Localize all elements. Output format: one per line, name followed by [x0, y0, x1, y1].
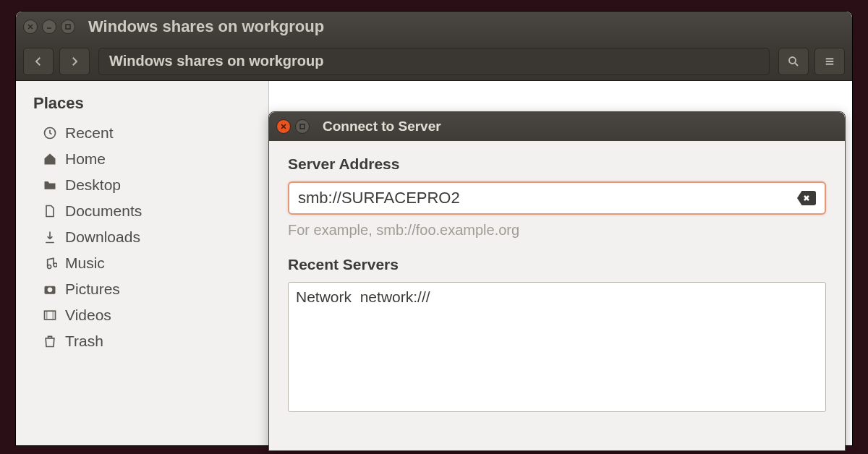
dialog-body: Server Address For example, smb://foo.ex…	[269, 141, 845, 427]
sidebar-item-label: Downloads	[65, 228, 140, 246]
recent-server-item[interactable]: Network network:///	[296, 287, 818, 307]
nav-back-button[interactable]	[23, 48, 54, 75]
window-maximize-button[interactable]	[61, 20, 75, 34]
svg-rect-9	[45, 311, 56, 320]
backspace-x-icon	[803, 194, 810, 202]
clock-icon	[42, 126, 58, 140]
download-icon	[42, 230, 58, 244]
svg-rect-0	[66, 25, 70, 29]
sidebar-heading: Places	[26, 91, 268, 120]
document-icon	[42, 204, 58, 218]
toolbar: Windows shares on workgroup	[16, 42, 852, 81]
folder-icon	[42, 178, 58, 192]
server-address-hint: For example, smb://foo.example.org	[288, 222, 826, 239]
trash-icon	[42, 334, 58, 348]
camera-icon	[42, 282, 58, 296]
close-icon	[280, 123, 287, 130]
menu-button[interactable]	[814, 48, 845, 75]
svg-point-8	[48, 288, 53, 293]
sidebar-item-label: Home	[65, 150, 106, 168]
breadcrumb[interactable]: Windows shares on workgroup	[98, 48, 770, 75]
connect-to-server-dialog: Connect to Server Server Address For exa…	[268, 111, 846, 451]
svg-point-1	[789, 57, 796, 64]
chevron-left-icon	[32, 55, 45, 68]
hamburger-icon	[823, 55, 836, 68]
chevron-right-icon	[68, 55, 81, 68]
sidebar-item-documents[interactable]: Documents	[26, 198, 268, 224]
search-button[interactable]	[778, 48, 809, 75]
music-icon	[42, 256, 58, 270]
window-titlebar: Windows shares on workgroup	[16, 12, 852, 42]
sidebar-item-trash[interactable]: Trash	[26, 328, 268, 354]
maximize-icon	[64, 23, 72, 30]
sidebar-item-label: Videos	[65, 307, 111, 324]
sidebar-item-downloads[interactable]: Downloads	[26, 224, 268, 250]
svg-rect-12	[300, 124, 305, 129]
sidebar-item-home[interactable]: Home	[26, 146, 268, 172]
window-close-button[interactable]	[23, 20, 38, 34]
sidebar-item-label: Music	[65, 254, 105, 272]
dialog-title: Connect to Server	[323, 119, 441, 134]
home-icon	[42, 152, 58, 166]
dialog-close-button[interactable]	[276, 119, 291, 134]
clear-input-button[interactable]	[797, 191, 816, 205]
recent-servers-list[interactable]: Network network:///	[288, 282, 826, 412]
svg-line-2	[795, 63, 798, 66]
maximize-icon	[299, 123, 306, 130]
server-address-input[interactable]	[298, 189, 797, 207]
sidebar-item-label: Documents	[65, 202, 142, 220]
window-title: Windows shares on workgroup	[88, 17, 324, 36]
sidebar-item-label: Pictures	[65, 280, 120, 298]
sidebar-item-videos[interactable]: Videos	[26, 302, 268, 328]
video-icon	[42, 308, 58, 322]
server-address-label: Server Address	[288, 155, 826, 173]
search-icon	[787, 55, 800, 68]
places-sidebar: Places Recent Home Desktop Documents Dow…	[16, 81, 269, 445]
sidebar-item-label: Recent	[65, 124, 114, 142]
recent-servers-label: Recent Servers	[288, 256, 826, 273]
sidebar-item-label: Desktop	[65, 176, 121, 194]
sidebar-item-music[interactable]: Music	[26, 250, 268, 276]
nav-forward-button[interactable]	[59, 48, 90, 75]
dialog-maximize-button[interactable]	[295, 119, 310, 134]
sidebar-item-recent[interactable]: Recent	[26, 120, 268, 146]
sidebar-item-pictures[interactable]: Pictures	[26, 276, 268, 302]
sidebar-item-desktop[interactable]: Desktop	[26, 172, 268, 198]
window-minimize-button[interactable]	[42, 20, 56, 34]
minimize-icon	[46, 23, 53, 30]
dialog-titlebar: Connect to Server	[269, 112, 845, 141]
close-icon	[27, 23, 34, 30]
sidebar-item-label: Trash	[65, 333, 103, 350]
server-address-field-wrap	[288, 181, 826, 215]
